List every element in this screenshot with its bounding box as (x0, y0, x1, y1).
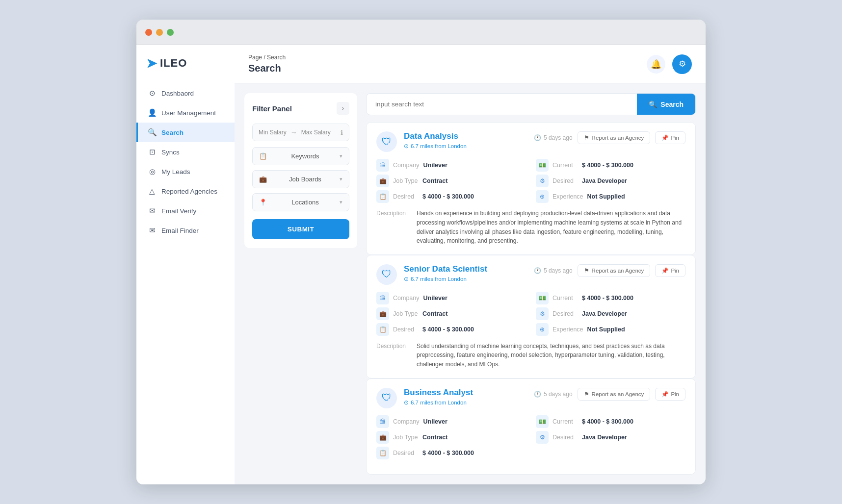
desired-role-label-1: Desired (553, 310, 578, 317)
nav-label-user-management: User Management (161, 109, 216, 117)
salary-arrow-icon: → (290, 128, 297, 136)
nav-label-reported-agencies: Reported Agencies (161, 188, 217, 195)
desired-sal-label-2: Desired (393, 450, 419, 456)
desired-sal-icon-1: 📋 (376, 323, 389, 336)
pin-button-0[interactable]: 📌 Pin (655, 131, 685, 144)
topbar: Page / Search Search 🔔 ⚙ (235, 45, 706, 83)
sidebar-item-user-management[interactable]: 👤 User Management (136, 103, 235, 123)
detail-desired-sal-1: 📋 Desired $ 4000 - $ 300.000 (376, 323, 526, 336)
current-label-2: Current (553, 418, 578, 425)
collapse-icon: › (342, 105, 344, 112)
clock-icon-2: 🕐 (534, 391, 541, 398)
main-area: Page / Search Search 🔔 ⚙ (235, 45, 706, 484)
nav-label-email-verify: Email Verify (161, 207, 196, 215)
report-agency-button-1[interactable]: ⚑ Report as an Agency (578, 264, 651, 277)
jobtype-icon-1: 💼 (376, 307, 389, 320)
sidebar-item-email-finder[interactable]: ✉ Email Finder (136, 221, 235, 240)
sidebar-item-reported-agencies[interactable]: △ Reported Agencies (136, 181, 235, 201)
nav-icon-user-management: 👤 (148, 108, 157, 117)
sidebar-item-dashboard[interactable]: ⊙ Dashbaord (136, 83, 235, 103)
report-agency-button-0[interactable]: ⚑ Report as an Agency (578, 131, 651, 144)
nav-icon-email-finder: ✉ (148, 226, 157, 235)
job-shield-2: 🛡 (376, 388, 397, 408)
salary-max-label: Max Salary (301, 129, 331, 136)
sidebar: ➤ ILEO ⊙ Dashbaord 👤 User Management 🔍 S… (136, 45, 235, 484)
desc-label-1: Description (376, 342, 411, 369)
search-input[interactable] (367, 94, 637, 115)
time-text-1: 5 days ago (544, 267, 573, 274)
filter-label-locations: Locations (291, 199, 319, 206)
job-header-1: 🛡 Senior Data Scientist ⊙ 6.7 miles from… (376, 264, 685, 285)
company-label-1: Company (393, 295, 420, 302)
filter-selects-container: 📋 Keywords ▾ 💼 Job Boards ▾ 📍 Locations … (252, 147, 349, 211)
browser-content: ➤ ILEO ⊙ Dashbaord 👤 User Management 🔍 S… (136, 45, 706, 484)
desired-role-icon-2: ⚙ (536, 431, 549, 444)
current-value-2: $ 4000 - $ 300.000 (582, 418, 633, 425)
experience-icon-0: ⊕ (536, 190, 549, 203)
job-shield-0: 🛡 (376, 131, 397, 152)
filter-locations[interactable]: 📍 Locations ▾ (252, 193, 349, 211)
sidebar-item-syncs[interactable]: ⊡ Syncs (136, 142, 235, 162)
experience-label-0: Experience (553, 193, 583, 200)
search-button-label: Search (660, 101, 684, 108)
traffic-light-red[interactable] (145, 29, 152, 36)
browser-window: ➤ ILEO ⊙ Dashbaord 👤 User Management 🔍 S… (136, 20, 706, 484)
detail-desired-role-0: ⚙ Desired Java Developer (536, 175, 685, 187)
results-area: 🔍 Search 🛡 Data Analysis ⊙ 6.7 miles fro… (366, 93, 696, 474)
jobtype-value-2: Contract (422, 434, 447, 441)
current-icon-2: 💵 (536, 415, 549, 428)
submit-button[interactable]: SUBMIT (252, 219, 349, 239)
nav-icon-syncs: ⊡ (148, 148, 157, 156)
filter-panel-header: Filter Panel › (252, 102, 349, 115)
filter-keywords[interactable]: 📋 Keywords ▾ (252, 147, 349, 165)
salary-range-row[interactable]: Min Salary → Max Salary ℹ (252, 124, 349, 141)
desired-sal-icon-2: 📋 (376, 447, 389, 459)
job-description-0: Description Hands on experience in build… (376, 209, 685, 245)
notifications-button[interactable]: 🔔 (647, 55, 665, 74)
detail-jobtype-0: 💼 Job Type Contract (376, 175, 526, 187)
report-label-1: Report as an Agency (592, 268, 644, 274)
job-time-1: 🕐 5 days ago (534, 267, 573, 274)
report-agency-button-2[interactable]: ⚑ Report as an Agency (578, 388, 651, 401)
job-title-0[interactable]: Data Analysis (404, 131, 526, 141)
job-details-grid-2: 🏛 Company Unilever 💵 Current $ 4000 - $ … (376, 415, 685, 459)
detail-company-2: 🏛 Company Unilever (376, 415, 526, 428)
jobtype-label-1: Job Type (393, 310, 419, 317)
pin-button-1[interactable]: 📌 Pin (655, 264, 685, 277)
company-icon-0: 🏛 (376, 159, 389, 172)
bell-icon: 🔔 (651, 59, 661, 70)
desired-role-value-2: Java Developer (582, 434, 627, 441)
topbar-actions: 🔔 ⚙ (647, 54, 692, 74)
jobtype-icon-2: 💼 (376, 431, 389, 444)
desc-text-1: Solid understanding of machine learning … (417, 342, 685, 369)
logo-icon: ➤ (146, 57, 157, 70)
traffic-light-green[interactable] (167, 29, 174, 36)
pin-icon-2: 📌 (661, 391, 668, 398)
sidebar-item-email-verify[interactable]: ✉ Email Verify (136, 201, 235, 221)
user-gear-icon: ⚙ (679, 59, 686, 69)
job-location-1: ⊙ 6.7 miles from London (404, 276, 526, 282)
filter-job-boards[interactable]: 💼 Job Boards ▾ (252, 170, 349, 188)
nav-label-email-finder: Email Finder (161, 227, 199, 234)
detail-current-1: 💵 Current $ 4000 - $ 300.000 (536, 292, 685, 304)
job-title-2[interactable]: Business Analyst (404, 388, 526, 398)
search-button[interactable]: 🔍 Search (637, 94, 695, 115)
nav-label-my-leads: My Leads (161, 168, 190, 176)
job-title-1[interactable]: Senior Data Scientist (404, 264, 526, 274)
flag-icon-1: ⚑ (584, 267, 589, 274)
avatar-button[interactable]: ⚙ (672, 54, 692, 74)
detail-experience-1: ⊕ Experience Not Supplied (536, 323, 685, 336)
company-icon-1: 🏛 (376, 292, 389, 304)
filter-collapse-button[interactable]: › (337, 102, 349, 115)
current-value-1: $ 4000 - $ 300.000 (582, 295, 633, 302)
filter-icon-keywords: 📋 (259, 152, 267, 160)
sidebar-item-search[interactable]: 🔍 Search (136, 123, 235, 142)
sidebar-item-my-leads[interactable]: ◎ My Leads (136, 162, 235, 181)
traffic-light-yellow[interactable] (156, 29, 163, 36)
pin-button-2[interactable]: 📌 Pin (655, 388, 685, 401)
desc-label-0: Description (376, 209, 411, 245)
detail-current-0: 💵 Current $ 4000 - $ 300.000 (536, 159, 685, 172)
nav-icon-reported-agencies: △ (148, 187, 157, 196)
nav-icon-search: 🔍 (148, 128, 157, 137)
salary-min-label: Min Salary (259, 129, 287, 136)
